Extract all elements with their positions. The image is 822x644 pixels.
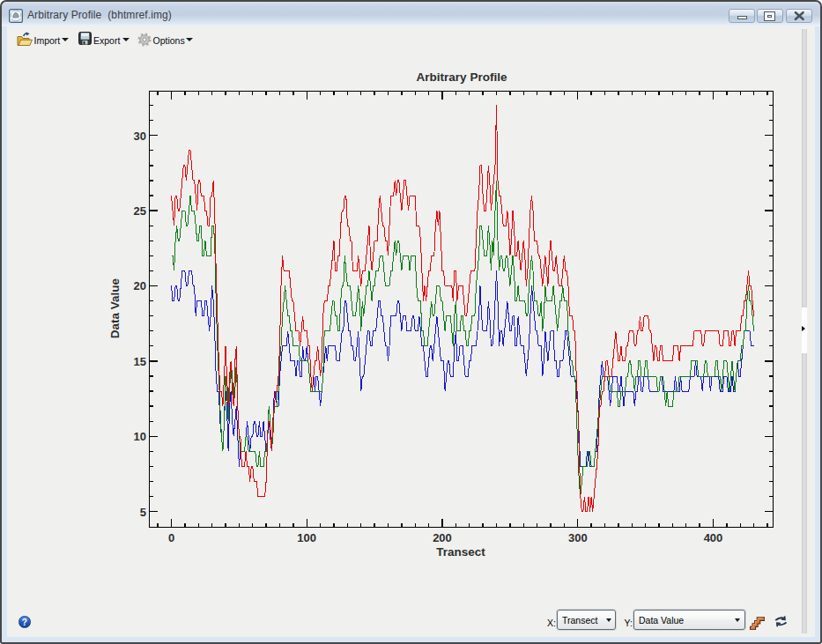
svg-text:200: 200	[433, 531, 452, 544]
svg-text:25: 25	[134, 204, 146, 218]
svg-text:100: 100	[297, 531, 316, 544]
svg-text:5: 5	[140, 506, 146, 519]
svg-text:0: 0	[168, 531, 174, 544]
svg-text:15: 15	[134, 355, 146, 368]
svg-text:Data Value: Data Value	[108, 278, 122, 338]
svg-text:30: 30	[134, 130, 146, 143]
svg-text:300: 300	[568, 531, 588, 544]
svg-text:20: 20	[134, 279, 146, 292]
svg-text:10: 10	[134, 430, 146, 443]
svg-text:Transect: Transect	[436, 545, 485, 559]
svg-text:Arbitrary Profile: Arbitrary Profile	[417, 70, 507, 84]
svg-text:400: 400	[704, 531, 723, 544]
